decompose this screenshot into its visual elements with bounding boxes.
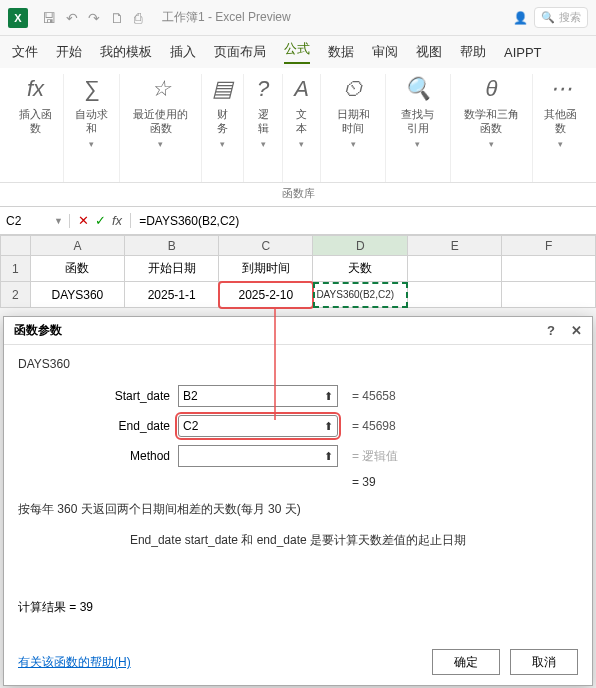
逻辑-icon: ? [257,74,269,104]
col-header-A[interactable]: A [30,236,124,256]
cell-F1[interactable] [502,256,596,282]
ribbon-自动求和[interactable]: ∑自动求和 ▾ [64,74,120,182]
chevron-down-icon[interactable]: ▼ [54,216,63,226]
param-value: B2 [183,389,198,403]
ribbon-label: 逻辑 [254,107,272,136]
ribbon-日期和时间[interactable]: ⏲日期和时间 ▾ [321,74,386,182]
cell-D2[interactable]: DAYS360(B2,C2) [313,282,408,308]
range-select-icon[interactable]: ⬆ [324,390,333,403]
row-header-1[interactable]: 1 [1,256,31,282]
cell-E1[interactable] [408,256,502,282]
menu-AIPPT[interactable]: AIPPT [504,45,542,60]
cell-C1[interactable]: 到期时间 [219,256,313,282]
ribbon-逻辑[interactable]: ?逻辑 ▾ [244,74,283,182]
cell-E2[interactable] [408,282,502,308]
ribbon-label: 文本 [293,107,311,136]
save-icon[interactable]: 🖫 [42,10,56,26]
menu-视图[interactable]: 视图 [416,43,442,61]
param-value: C2 [183,419,198,433]
menu-我的模板[interactable]: 我的模板 [100,43,152,61]
ribbon-label: 数学和三角函数 [461,107,522,136]
ribbon-插入函数[interactable]: fx插入函数 [8,74,64,182]
cell-A2[interactable]: DAYS360 [30,282,124,308]
menu-开始[interactable]: 开始 [56,43,82,61]
ribbon-文本[interactable]: A文本 ▾ [283,74,322,182]
chevron-down-icon: ▾ [558,139,563,149]
menu-帮助[interactable]: 帮助 [460,43,486,61]
dialog-titlebar: 函数参数 ? ✕ [4,317,592,345]
col-header-D[interactable]: D [313,236,408,256]
param-row-End_date: End_dateC2⬆= 45698 [18,415,578,437]
menu-页面布局[interactable]: 页面布局 [214,43,266,61]
日期和时间-icon: ⏲ [342,74,364,104]
其他函数-icon: ⋯ [550,74,572,104]
col-header-F[interactable]: F [502,236,596,256]
menubar: 文件开始我的模板插入页面布局公式数据审阅视图帮助AIPPT [0,36,596,68]
menu-文件[interactable]: 文件 [12,43,38,61]
param-label: Method [18,449,178,463]
param-label: Start_date [18,389,178,403]
ribbon-财务[interactable]: ▤财务 ▾ [202,74,244,182]
redo-icon[interactable]: ↷ [88,10,100,26]
cell-D1[interactable]: 天数 [313,256,408,282]
cancel-formula-icon[interactable]: ✕ [78,213,89,228]
ok-button[interactable]: 确定 [432,649,500,675]
ribbon-数学和三角函数[interactable]: θ数学和三角函数 ▾ [451,74,533,182]
col-header-C[interactable]: C [219,236,313,256]
menu-公式[interactable]: 公式 [284,40,310,64]
ribbon-label: 查找与引用 [396,107,440,136]
quick-access-toolbar: 🖫 ↶ ↷ 🗋 ⎙ [42,10,142,26]
name-box[interactable]: C2 ▼ [0,214,70,228]
ribbon-查找与引用[interactable]: 🔍查找与引用 ▾ [386,74,451,182]
ribbon-label: 最近使用的函数 [130,107,191,136]
calc-result: 计算结果 = 39 [18,599,578,616]
close-icon[interactable]: ✕ [571,323,582,338]
cell-C2[interactable]: 2025-2-10 [219,282,313,308]
function-description: 按每年 360 天返回两个日期间相差的天数(每月 30 天) [18,501,578,518]
ribbon-label: 插入函数 [18,107,53,136]
ribbon-group-name: 函数库 [0,183,596,207]
menu-插入[interactable]: 插入 [170,43,196,61]
param-row-Start_date: Start_dateB2⬆= 45658 [18,385,578,407]
ribbon-其他函数[interactable]: ⋯其他函数 ▾ [533,74,588,182]
cell-B2[interactable]: 2025-1-1 [125,282,219,308]
menu-审阅[interactable]: 审阅 [372,43,398,61]
ribbon-最近使用的函数[interactable]: ☆最近使用的函数 ▾ [120,74,202,182]
param-input-Method[interactable]: ⬆ [178,445,338,467]
function-name: DAYS360 [18,357,578,371]
formula-input[interactable]: =DAYS360(B2,C2) [131,214,596,228]
chevron-down-icon: ▾ [299,139,304,149]
param-input-Start_date[interactable]: B2⬆ [178,385,338,407]
fx-icon[interactable]: fx [112,213,122,228]
cell-B1[interactable]: 开始日期 [125,256,219,282]
cancel-button[interactable]: 取消 [510,649,578,675]
param-input-End_date[interactable]: C2⬆ [178,415,338,437]
ribbon-label: 其他函数 [543,107,578,136]
help-icon[interactable]: ? [547,323,555,338]
name-box-value: C2 [6,214,21,228]
accept-formula-icon[interactable]: ✓ [95,213,106,228]
print-icon[interactable]: ⎙ [134,10,142,26]
range-select-icon[interactable]: ⬆ [324,420,333,433]
app-icon: X [8,8,28,28]
titlebar: X 🖫 ↶ ↷ 🗋 ⎙ 工作簿1 - Excel Preview 👤 🔍 搜索 [0,0,596,36]
intermediate-result: = 39 [352,475,578,489]
chevron-down-icon: ▾ [489,139,494,149]
account-icon[interactable]: 👤 [513,11,528,25]
cell-F2[interactable] [502,282,596,308]
undo-icon[interactable]: ↶ [66,10,78,26]
cell-A1[interactable]: 函数 [30,256,124,282]
help-link[interactable]: 有关该函数的帮助(H) [18,654,131,671]
formula-buttons: ✕ ✓ fx [70,213,131,228]
col-header-B[interactable]: B [125,236,219,256]
new-icon[interactable]: 🗋 [110,10,124,26]
range-select-icon[interactable]: ⬆ [324,450,333,463]
search-box[interactable]: 🔍 搜索 [534,7,588,28]
col-header-E[interactable]: E [408,236,502,256]
menu-数据[interactable]: 数据 [328,43,354,61]
row-header-2[interactable]: 2 [1,282,31,308]
search-placeholder: 搜索 [559,10,581,25]
chevron-down-icon: ▾ [415,139,420,149]
select-all-corner[interactable] [1,236,31,256]
calc-result-label: 计算结果 = [18,600,80,614]
